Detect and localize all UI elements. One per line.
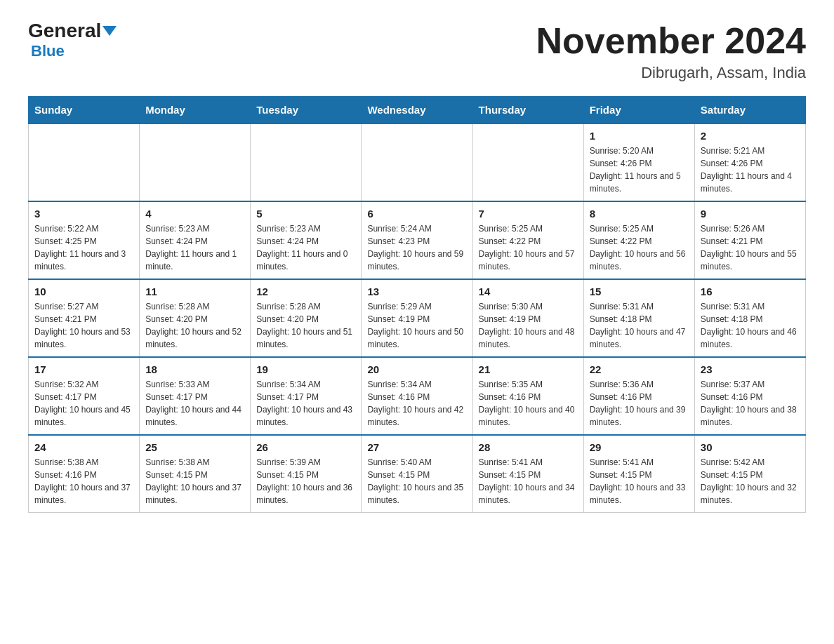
day-info: Sunrise: 5:28 AMSunset: 4:20 PMDaylight:…: [256, 300, 355, 351]
day-info: Sunrise: 5:40 AMSunset: 4:15 PMDaylight:…: [367, 456, 466, 507]
day-cell: 13Sunrise: 5:29 AMSunset: 4:19 PMDayligh…: [362, 279, 472, 357]
day-number: 24: [34, 441, 133, 453]
day-cell: 12Sunrise: 5:28 AMSunset: 4:20 PMDayligh…: [251, 279, 362, 357]
day-cell: 7Sunrise: 5:25 AMSunset: 4:22 PMDaylight…: [472, 201, 583, 279]
day-number: 4: [145, 208, 244, 220]
month-title: November 2024: [536, 21, 806, 61]
day-info: Sunrise: 5:27 AMSunset: 4:21 PMDaylight:…: [34, 300, 133, 351]
week-row-1: 1Sunrise: 5:20 AMSunset: 4:26 PMDaylight…: [29, 123, 806, 201]
day-info: Sunrise: 5:23 AMSunset: 4:24 PMDaylight:…: [256, 222, 355, 273]
day-cell: 1Sunrise: 5:20 AMSunset: 4:26 PMDaylight…: [583, 123, 694, 201]
day-number: 14: [479, 286, 578, 297]
day-info: Sunrise: 5:28 AMSunset: 4:20 PMDaylight:…: [145, 300, 244, 351]
calendar-table: Sunday Monday Tuesday Wednesday Thursday…: [28, 96, 806, 513]
day-number: 15: [590, 286, 689, 297]
day-cell: [29, 123, 140, 201]
day-cell: 26Sunrise: 5:39 AMSunset: 4:15 PMDayligh…: [251, 435, 362, 513]
day-info: Sunrise: 5:30 AMSunset: 4:19 PMDaylight:…: [479, 300, 578, 351]
week-row-4: 17Sunrise: 5:32 AMSunset: 4:17 PMDayligh…: [29, 357, 806, 435]
day-number: 22: [590, 363, 689, 375]
day-number: 3: [34, 208, 133, 220]
day-cell: [362, 123, 472, 201]
day-cell: 6Sunrise: 5:24 AMSunset: 4:23 PMDaylight…: [362, 201, 472, 279]
day-info: Sunrise: 5:33 AMSunset: 4:17 PMDaylight:…: [145, 378, 244, 429]
day-cell: 8Sunrise: 5:25 AMSunset: 4:22 PMDaylight…: [583, 201, 694, 279]
day-info: Sunrise: 5:42 AMSunset: 4:15 PMDaylight:…: [701, 456, 800, 507]
day-number: 1: [590, 130, 689, 142]
day-number: 26: [256, 441, 355, 453]
day-info: Sunrise: 5:41 AMSunset: 4:15 PMDaylight:…: [590, 456, 689, 507]
day-number: 27: [367, 441, 466, 453]
header-monday: Monday: [140, 97, 251, 124]
day-info: Sunrise: 5:37 AMSunset: 4:16 PMDaylight:…: [701, 378, 800, 429]
day-cell: 18Sunrise: 5:33 AMSunset: 4:17 PMDayligh…: [140, 357, 251, 435]
day-cell: 17Sunrise: 5:32 AMSunset: 4:17 PMDayligh…: [29, 357, 140, 435]
day-cell: [472, 123, 583, 201]
day-number: 8: [590, 208, 689, 220]
day-cell: 30Sunrise: 5:42 AMSunset: 4:15 PMDayligh…: [694, 435, 805, 513]
day-cell: 5Sunrise: 5:23 AMSunset: 4:24 PMDaylight…: [251, 201, 362, 279]
day-info: Sunrise: 5:32 AMSunset: 4:17 PMDaylight:…: [34, 378, 133, 429]
day-cell: [140, 123, 251, 201]
day-number: 12: [256, 286, 355, 297]
day-number: 23: [701, 363, 800, 375]
day-info: Sunrise: 5:25 AMSunset: 4:22 PMDaylight:…: [590, 222, 689, 273]
day-number: 18: [145, 363, 244, 375]
week-row-2: 3Sunrise: 5:22 AMSunset: 4:25 PMDaylight…: [29, 201, 806, 279]
day-number: 7: [479, 208, 578, 220]
day-info: Sunrise: 5:22 AMSunset: 4:25 PMDaylight:…: [34, 222, 133, 273]
day-cell: 25Sunrise: 5:38 AMSunset: 4:15 PMDayligh…: [140, 435, 251, 513]
weekday-header-row: Sunday Monday Tuesday Wednesday Thursday…: [29, 97, 806, 124]
logo-general: General: [28, 21, 117, 41]
day-info: Sunrise: 5:34 AMSunset: 4:17 PMDaylight:…: [256, 378, 355, 429]
day-number: 16: [701, 286, 800, 297]
day-number: 11: [145, 286, 244, 297]
day-info: Sunrise: 5:31 AMSunset: 4:18 PMDaylight:…: [701, 300, 800, 351]
day-cell: 23Sunrise: 5:37 AMSunset: 4:16 PMDayligh…: [694, 357, 805, 435]
day-info: Sunrise: 5:26 AMSunset: 4:21 PMDaylight:…: [701, 222, 800, 273]
day-info: Sunrise: 5:29 AMSunset: 4:19 PMDaylight:…: [367, 300, 466, 351]
day-cell: 16Sunrise: 5:31 AMSunset: 4:18 PMDayligh…: [694, 279, 805, 357]
day-info: Sunrise: 5:31 AMSunset: 4:18 PMDaylight:…: [590, 300, 689, 351]
day-number: 6: [367, 208, 466, 220]
day-info: Sunrise: 5:34 AMSunset: 4:16 PMDaylight:…: [367, 378, 466, 429]
day-cell: 14Sunrise: 5:30 AMSunset: 4:19 PMDayligh…: [472, 279, 583, 357]
day-cell: 4Sunrise: 5:23 AMSunset: 4:24 PMDaylight…: [140, 201, 251, 279]
page-header: General Blue November 2024 Dibrugarh, As…: [28, 21, 806, 82]
day-info: Sunrise: 5:39 AMSunset: 4:15 PMDaylight:…: [256, 456, 355, 507]
day-info: Sunrise: 5:20 AMSunset: 4:26 PMDaylight:…: [590, 145, 689, 195]
day-info: Sunrise: 5:38 AMSunset: 4:15 PMDaylight:…: [145, 456, 244, 507]
day-info: Sunrise: 5:35 AMSunset: 4:16 PMDaylight:…: [479, 378, 578, 429]
day-cell: 21Sunrise: 5:35 AMSunset: 4:16 PMDayligh…: [472, 357, 583, 435]
day-cell: 20Sunrise: 5:34 AMSunset: 4:16 PMDayligh…: [362, 357, 472, 435]
header-friday: Friday: [583, 97, 694, 124]
day-number: 17: [34, 363, 133, 375]
day-cell: 28Sunrise: 5:41 AMSunset: 4:15 PMDayligh…: [472, 435, 583, 513]
day-info: Sunrise: 5:38 AMSunset: 4:16 PMDaylight:…: [34, 456, 133, 507]
day-number: 10: [34, 286, 133, 297]
day-info: Sunrise: 5:23 AMSunset: 4:24 PMDaylight:…: [145, 222, 244, 273]
location-subtitle: Dibrugarh, Assam, India: [536, 64, 806, 82]
header-wednesday: Wednesday: [362, 97, 472, 124]
day-cell: 15Sunrise: 5:31 AMSunset: 4:18 PMDayligh…: [583, 279, 694, 357]
day-number: 9: [701, 208, 800, 220]
day-cell: 19Sunrise: 5:34 AMSunset: 4:17 PMDayligh…: [251, 357, 362, 435]
week-row-5: 24Sunrise: 5:38 AMSunset: 4:16 PMDayligh…: [29, 435, 806, 513]
logo-triangle-icon: [102, 26, 117, 36]
day-info: Sunrise: 5:25 AMSunset: 4:22 PMDaylight:…: [479, 222, 578, 273]
day-info: Sunrise: 5:21 AMSunset: 4:26 PMDaylight:…: [701, 145, 800, 195]
day-number: 5: [256, 208, 355, 220]
day-info: Sunrise: 5:36 AMSunset: 4:16 PMDaylight:…: [590, 378, 689, 429]
day-cell: 3Sunrise: 5:22 AMSunset: 4:25 PMDaylight…: [29, 201, 140, 279]
day-cell: 2Sunrise: 5:21 AMSunset: 4:26 PMDaylight…: [694, 123, 805, 201]
day-cell: 11Sunrise: 5:28 AMSunset: 4:20 PMDayligh…: [140, 279, 251, 357]
day-info: Sunrise: 5:24 AMSunset: 4:23 PMDaylight:…: [367, 222, 466, 273]
day-cell: 24Sunrise: 5:38 AMSunset: 4:16 PMDayligh…: [29, 435, 140, 513]
day-cell: 10Sunrise: 5:27 AMSunset: 4:21 PMDayligh…: [29, 279, 140, 357]
day-cell: 22Sunrise: 5:36 AMSunset: 4:16 PMDayligh…: [583, 357, 694, 435]
header-saturday: Saturday: [694, 97, 805, 124]
title-block: November 2024 Dibrugarh, Assam, India: [536, 21, 806, 82]
header-sunday: Sunday: [29, 97, 140, 124]
logo-blue: Blue: [28, 42, 65, 60]
header-thursday: Thursday: [472, 97, 583, 124]
